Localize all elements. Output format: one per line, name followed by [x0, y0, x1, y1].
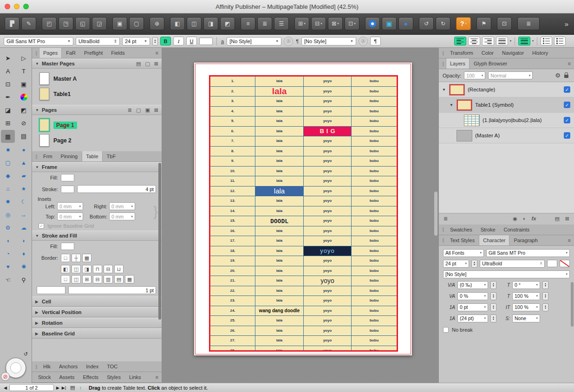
- show-special-characters-button[interactable]: ¶: [370, 37, 381, 45]
- pages-overview-icon[interactable]: ▤: [70, 385, 75, 391]
- zoom-window-button[interactable]: [23, 4, 29, 9]
- table-cell[interactable]: lala: [255, 87, 304, 97]
- table-row-number[interactable]: 8.: [210, 147, 255, 157]
- speech-bubble-tool[interactable]: ◖: [0, 234, 16, 247]
- layer-visibility-checkbox[interactable]: ✓: [564, 117, 570, 123]
- tab-navigator[interactable]: Navigator: [498, 48, 528, 58]
- add-page-icon[interactable]: ▢: [136, 107, 141, 113]
- tab-transform[interactable]: Transform: [446, 48, 477, 58]
- toolbar-menu-button[interactable]: ≣: [517, 17, 540, 30]
- ignore-baseline-checkbox[interactable]: ✓: [39, 223, 44, 229]
- table-cell[interactable]: bubu: [352, 276, 397, 286]
- tab-assets[interactable]: Assets: [55, 372, 79, 382]
- burst-tool[interactable]: ✹: [0, 195, 16, 208]
- artistic-text-tool[interactable]: A: [0, 64, 16, 77]
- border-v-inner-button[interactable]: ◫: [72, 265, 81, 273]
- tab-history[interactable]: History: [528, 48, 552, 58]
- trapezoid-tool[interactable]: ▰: [16, 169, 32, 182]
- font-size-stepper[interactable]: ▴▾: [152, 37, 158, 45]
- table-cell[interactable]: yoyo: [304, 336, 352, 346]
- mask-icon[interactable]: ◐: [523, 216, 526, 222]
- tab-text-styles[interactable]: Text Styles: [446, 235, 479, 245]
- border-top-button[interactable]: ⊓: [93, 265, 102, 273]
- table-cell[interactable]: lala: [255, 256, 304, 266]
- table-cell[interactable]: bubu: [352, 186, 397, 197]
- table-cell[interactable]: lala: [255, 196, 304, 206]
- alignment-more-icon[interactable]: ▾: [510, 40, 511, 42]
- border-outer-button[interactable]: □: [61, 275, 70, 283]
- table-cell[interactable]: bubu: [352, 156, 397, 167]
- table-row-number[interactable]: 5.: [210, 116, 255, 127]
- table-row-number[interactable]: 21.: [210, 276, 255, 286]
- prev-page-button[interactable]: ◀: [4, 386, 7, 390]
- tab-frm[interactable]: Frm: [39, 151, 57, 161]
- donut-tool[interactable]: ◎: [0, 208, 16, 221]
- table-cell[interactable]: yoyo: [304, 286, 352, 296]
- text-style-select[interactable]: [No Style] ▾: [443, 270, 570, 278]
- border-h-inner-button[interactable]: ⊟: [104, 265, 113, 273]
- vector-crop-tool[interactable]: ⊡: [0, 77, 16, 90]
- tab-swatches[interactable]: Swatches: [446, 225, 476, 235]
- pages-header[interactable]: ▼ Pages ≣▢▣⊠: [32, 105, 162, 115]
- table-cell[interactable]: lala: [255, 156, 304, 167]
- table-cell[interactable]: lala: [255, 147, 304, 157]
- table-cell[interactable]: lala: [255, 127, 304, 137]
- table-cell[interactable]: bubu: [352, 216, 397, 226]
- table-cell[interactable]: yoyo: [304, 206, 352, 217]
- transparency-tool[interactable]: ◩: [16, 103, 32, 116]
- text-fill-swatch[interactable]: [547, 260, 557, 267]
- node-tool[interactable]: ▷: [16, 51, 32, 64]
- table-cell[interactable]: bubu: [352, 226, 397, 237]
- table-cell[interactable]: lala: [255, 96, 304, 107]
- tab-constraints[interactable]: Constraints: [500, 225, 534, 235]
- adjustment-icon[interactable]: ◉: [513, 216, 517, 222]
- table-cell[interactable]: BIG: [304, 127, 352, 137]
- opacity-input[interactable]: 100 ▾: [464, 71, 485, 79]
- border-width-input[interactable]: 1 pt: [68, 286, 156, 294]
- persona-designer-button[interactable]: ✎: [21, 17, 36, 30]
- panel-menu-icon[interactable]: ≡: [565, 238, 574, 243]
- align-justify-button[interactable]: [496, 37, 508, 45]
- layer-visibility-checkbox[interactable]: ✓: [564, 102, 570, 108]
- font-color-swatch[interactable]: [199, 38, 213, 45]
- panel-menu-icon[interactable]: ≡: [152, 374, 162, 380]
- table-cell[interactable]: yoyo: [304, 236, 352, 246]
- delete-master-icon[interactable]: ⊠: [154, 61, 158, 67]
- pin-button[interactable]: ⚑: [476, 17, 491, 30]
- bold-button[interactable]: B: [160, 37, 171, 45]
- border-grid-button[interactable]: ⊞: [82, 275, 91, 283]
- leading-input[interactable]: (24 pt)▾: [457, 315, 488, 322]
- table-cell[interactable]: yoyo: [304, 256, 352, 266]
- canvas[interactable]: 1.lalayoyobubu2.lalayoyobubu3.lalayoyobu…: [162, 48, 438, 383]
- minimize-window-button[interactable]: [14, 4, 20, 9]
- tab-tbf[interactable]: TbF: [103, 151, 120, 161]
- table-cell[interactable]: yoyo: [304, 266, 352, 276]
- table-row-number[interactable]: 18.: [210, 246, 255, 257]
- tab-toc[interactable]: TOC: [103, 361, 122, 372]
- border-cols-button[interactable]: ▤: [114, 275, 124, 283]
- align-right-button[interactable]: [482, 37, 494, 45]
- table-row-number[interactable]: 13.: [210, 196, 255, 206]
- border-inner-button[interactable]: ┼: [72, 254, 81, 262]
- table-cell[interactable]: bubu: [352, 256, 397, 266]
- character-weight-select[interactable]: UltraBold ⇕: [480, 260, 545, 268]
- layer-options-icon[interactable]: ≣: [444, 216, 448, 222]
- table-cell[interactable]: bubu: [352, 266, 397, 276]
- border-bottom-button[interactable]: ⊔: [114, 265, 124, 273]
- panel-menu-icon[interactable]: ≡: [565, 61, 574, 66]
- table-cell[interactable]: yoyo: [304, 147, 352, 157]
- table-row-number[interactable]: 14.: [210, 206, 255, 217]
- border-h-edges-button[interactable]: ⊟: [93, 275, 102, 283]
- table-row-number[interactable]: 15.: [210, 216, 255, 226]
- border-rows-button[interactable]: ▥: [104, 275, 113, 283]
- table-cell[interactable]: lala: [255, 77, 304, 87]
- border-style-input[interactable]: [37, 286, 65, 294]
- reset-character-style-button[interactable]: ⓐ: [284, 37, 293, 46]
- tab-stroke[interactable]: Stroke: [476, 225, 500, 235]
- table-cell[interactable]: lala: [255, 186, 304, 197]
- table-cell[interactable]: lala: [255, 346, 304, 351]
- table-cell[interactable]: yoyo: [304, 326, 352, 336]
- table-row-number[interactable]: 11.: [210, 176, 255, 186]
- table-cell[interactable]: yoyo: [304, 87, 352, 97]
- table-cell[interactable]: yoyo: [304, 276, 352, 286]
